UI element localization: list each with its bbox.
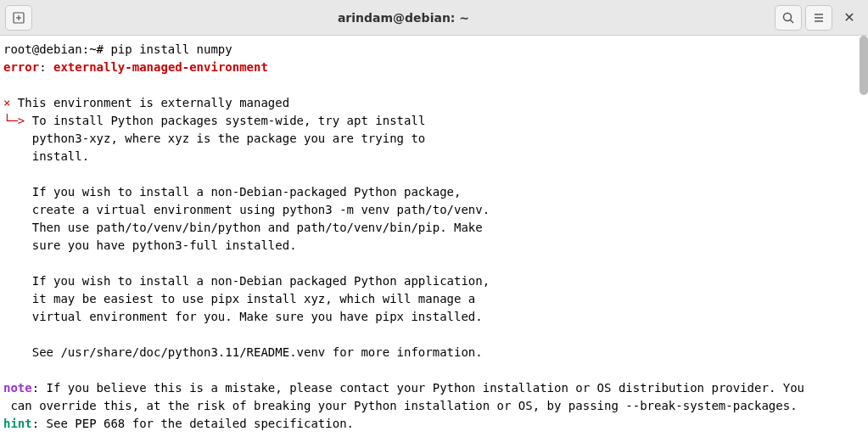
titlebar-right: ✕ (775, 5, 863, 31)
error-label: error (3, 60, 39, 74)
close-icon: ✕ (843, 9, 854, 25)
note-text-1: If you believe this is a mistake, please… (47, 381, 804, 395)
svg-line-4 (791, 20, 794, 23)
svg-point-3 (784, 13, 792, 20)
error-sep: : (39, 60, 53, 74)
note-sep: : (32, 381, 47, 395)
search-button[interactable] (775, 5, 802, 31)
search-icon (781, 11, 795, 25)
titlebar-left (5, 5, 32, 31)
body-line-11: See /usr/share/doc/python3.11/README.ven… (3, 345, 483, 359)
body-line-4: If you wish to install a non-Debian-pack… (3, 185, 461, 199)
body-line-7: sure you have python3-full installed. (3, 238, 297, 252)
body-line-2: python3-xyz, where xyz is the package yo… (3, 132, 425, 145)
new-tab-icon (12, 11, 25, 25)
close-button[interactable]: ✕ (836, 5, 863, 31)
note-text-2: can override this, at the risk of breaki… (3, 399, 798, 412)
body-line-3: install. (3, 149, 89, 163)
body-line-1: To install Python packages system-wide, … (25, 114, 425, 127)
menu-button[interactable] (805, 5, 832, 31)
env-managed-line: This environment is externally managed (10, 96, 289, 109)
titlebar: arindam@debian: ~ ✕ (0, 0, 868, 36)
body-line-5: create a virtual environment using pytho… (3, 203, 490, 216)
prompt: root@debian:~# (3, 42, 110, 56)
body-line-8: If you wish to install a non-Debian pack… (3, 274, 490, 288)
error-message: externally-managed-environment (53, 60, 268, 74)
body-line-9: it may be easiest to use pipx install xy… (3, 292, 475, 305)
arrow-mark: └─> (3, 114, 25, 127)
terminal-output[interactable]: root@debian:~# pip install numpy error: … (0, 36, 868, 437)
window-title: arindam@debian: ~ (32, 11, 775, 25)
new-tab-button[interactable] (5, 5, 32, 31)
body-line-6: Then use path/to/venv/bin/python and pat… (3, 221, 483, 234)
hint-sep: : (32, 417, 47, 430)
hamburger-icon (812, 11, 826, 25)
hint-label: hint (3, 417, 32, 430)
scrollbar[interactable] (860, 36, 868, 95)
note-label: note (3, 381, 32, 395)
command-text: pip install numpy (110, 42, 232, 56)
hint-text: See PEP 668 for the detailed specificati… (47, 417, 354, 430)
body-line-10: virtual environment for you. Make sure y… (3, 310, 483, 323)
